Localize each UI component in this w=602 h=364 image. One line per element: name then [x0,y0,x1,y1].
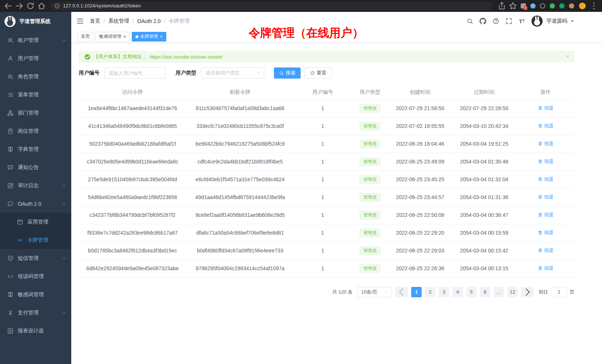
access-token-cell: 1ea5e44f8bc1467aaede43144f31de76 [79,99,186,117]
address-bar[interactable]: 127.0.0.1:1024/system/oauth2/token [50,1,493,10]
sidebar-item-租户管理[interactable]: 租户管理 [0,31,71,49]
user-avatar[interactable] [531,16,543,27]
breadcrumb-item[interactable]: 首页 [90,18,100,24]
sidebar-item-敏感词管理[interactable]: 敏感词管理 [0,285,71,304]
alert-close-icon[interactable]: × [566,54,569,60]
hamburger-icon[interactable] [76,17,84,25]
sidebar-item-支付管理[interactable]: 支付管理 [0,304,71,322]
username[interactable]: 芋道源码 [546,18,567,24]
browser-menu-icon[interactable] [589,1,599,10]
sidebar-item-岗位管理[interactable]: 岗位管理 [0,122,71,140]
home-icon[interactable] [36,1,47,10]
user-id-cell: 1 [294,171,351,188]
sidebar-item-label: 部门管理 [18,110,66,116]
sidebar-item-label: 角色管理 [18,73,66,80]
refresh-token-cell: cdfc4ce9c2da4bb1bdf21b9918ff4be5 [186,153,294,171]
navbar-actions: TT 芋道源码 [467,16,575,27]
forward-icon[interactable] [14,1,24,10]
sidebar-item-菜单管理[interactable]: 菜单管理 [0,86,71,104]
sidebar-item-字典管理[interactable]: 字典管理 [0,140,71,158]
expire-time-cell: 2054-03-04 01:31:36 [452,188,517,206]
sidebar-item-令牌管理[interactable]: 令牌管理 [0,231,71,249]
force-logout-link[interactable]: 强退 [538,158,554,165]
force-logout-link[interactable]: 强退 [538,140,554,147]
force-logout-link[interactable]: 强退 [538,194,554,201]
page-ellipsis[interactable]: ... [494,287,504,297]
font-size-icon[interactable]: TT [518,18,525,24]
reset-button[interactable]: 重置 [304,67,332,79]
prev-page-button[interactable] [395,287,408,297]
sidebar-item-审计日志[interactable]: 审计日志 [0,176,71,195]
alert-doc-link[interactable]: https://doc.iocoder.cn/user-center/ [150,54,223,60]
back-icon[interactable] [3,1,13,10]
tab-令牌管理[interactable]: 令牌管理× [132,32,167,42]
user-id-cell: 1 [294,188,351,206]
extension-green-icon[interactable] [550,3,555,9]
action-cell: 强退 [517,153,575,171]
github-icon[interactable] [480,18,486,24]
search-icon[interactable] [467,18,473,24]
caret-down-icon[interactable] [570,19,575,23]
sidebar-item-报表设计器[interactable]: 报表设计器 [0,322,71,340]
site-info-icon[interactable] [54,3,60,9]
extension-dark-icon[interactable] [540,3,545,9]
extension-blue-icon[interactable] [530,3,536,9]
reload-icon[interactable] [25,1,36,10]
trash-icon [538,212,543,217]
refresh-token-cell: e6cfd40eb1f54571a31e775e039c4624 [186,171,294,188]
force-logout-label: 强退 [544,229,554,236]
browser-chrome: 127.0.0.1:1024/system/oauth2/token 0 [0,0,602,12]
share-icon[interactable] [497,1,507,10]
tab-敏感词管理[interactable]: 敏感词管理× [95,32,130,42]
user-type-select[interactable]: 请选择用户类型 [201,67,264,79]
sidebar-item-用户管理[interactable]: 用户管理 [0,49,71,67]
chevron-down-icon [62,311,66,315]
page-button-2[interactable]: 2 [425,287,435,297]
sidebar-item-应用管理[interactable]: 应用管理 [0,213,71,231]
sidebar-item-角色管理[interactable]: 角色管理 [0,67,71,86]
sidebar-item-短信管理[interactable]: 短信管理 [0,249,71,267]
user-id-input[interactable] [104,67,166,79]
force-logout-link[interactable]: 强退 [538,176,554,183]
goto-page-input[interactable] [551,287,567,297]
user-type-badge: 管理员 [360,104,380,113]
tab-close-icon[interactable]: × [160,34,163,39]
extension-teal-icon[interactable] [559,3,565,9]
sidebar-item-label: 报表设计器 [18,328,66,334]
table-header: 访问令牌刷新令牌用户编号用户类型创建时间过期时间操作 [79,86,575,99]
force-logout-link[interactable]: 强退 [538,123,554,129]
sidebar-item-错误码管理[interactable]: 错误码管理 [0,267,71,285]
sidebar-item-label: 租户管理 [18,37,62,44]
extension-puzzle-icon[interactable]: 0 [521,3,526,9]
search-button[interactable]: 搜索 [274,67,301,79]
tab-首页[interactable]: 首页 [77,32,94,42]
page-button-4[interactable]: 4 [452,287,463,297]
sidebar-item-通知公告[interactable]: 通知公告 [0,158,71,176]
tab-close-icon[interactable]: × [123,34,126,39]
force-logout-link[interactable]: 强退 [538,229,554,236]
page-button-1[interactable]: 1 [411,287,422,297]
force-logout-link[interactable]: 强退 [538,247,554,254]
browser-profile-avatar[interactable] [579,3,586,9]
fullscreen-icon[interactable] [506,18,512,24]
force-logout-link[interactable]: 强退 [538,212,554,218]
page-button-3[interactable]: 3 [439,287,449,297]
force-logout-link[interactable]: 强退 [538,265,554,272]
bookmark-star-icon[interactable] [508,1,518,10]
extension-paw-icon[interactable] [569,3,574,9]
search-icon [279,71,284,76]
page-button-6[interactable]: 6 [480,287,490,297]
help-icon[interactable] [493,18,499,24]
trash-icon [538,159,543,164]
force-logout-link[interactable]: 强退 [538,105,554,112]
user-type-cell: 管理员 [351,242,389,259]
code-icon [7,274,13,279]
page-size-select[interactable]: 10条/页 [357,287,392,297]
page-button-5[interactable]: 5 [466,287,477,297]
breadcrumb-item[interactable]: 系统管理 [108,18,129,24]
next-page-button[interactable] [521,287,534,297]
sidebar-item-部门管理[interactable]: 部门管理 [0,104,71,122]
sidebar-item-OAuth 2.0[interactable]: OAuth 2.0 [0,195,71,213]
breadcrumb-item[interactable]: OAuth 2.0 [137,18,161,24]
page-button-12[interactable]: 12 [507,287,518,297]
